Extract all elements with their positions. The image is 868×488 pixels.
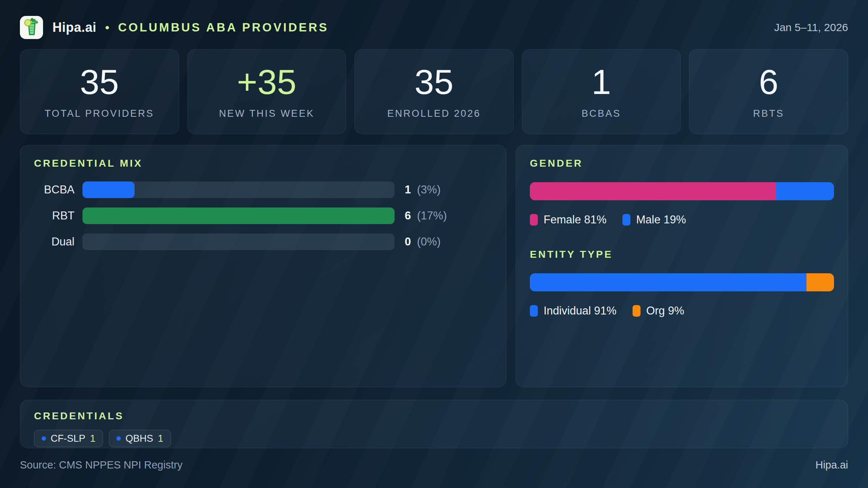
stat-card-rbts: 6 RBTS (689, 49, 848, 134)
chip-label: CF-SLP (51, 433, 85, 444)
bar-row-rbt: RBT 6 (17%) (34, 207, 492, 224)
section-title-credential-mix: CREDENTIAL MIX (34, 158, 492, 169)
legend-label: Org 9% (646, 304, 684, 317)
entity-segment-individual (530, 273, 807, 291)
credential-chip-qbhs: QBHS 1 (109, 430, 171, 447)
stat-card-enrolled: 35 ENROLLED 2026 (354, 49, 514, 134)
bar-fill (82, 207, 395, 224)
entity-type-stacked-bar (530, 273, 834, 291)
gender-legend: Female 81% Male 19% (530, 213, 834, 226)
legend-item-org: Org 9% (633, 304, 684, 317)
date-range: Jan 5–11, 2026 (774, 21, 848, 34)
mojito-logo-icon (20, 16, 43, 39)
legend-item-male: Male 19% (622, 213, 686, 226)
gender-segment-male (776, 182, 834, 200)
section-title-entity-type: ENTITY TYPE (530, 249, 834, 260)
section-title-gender: GENDER (530, 158, 834, 169)
stat-value: 35 (80, 64, 119, 99)
stat-label: TOTAL PROVIDERS (45, 108, 154, 119)
bar-value: 0 (0%) (405, 235, 492, 248)
main-row: CREDENTIAL MIX BCBA 1 (3%) RBT (20, 145, 848, 387)
brand-name: Hipa.ai (52, 20, 97, 35)
bar-percent: (3%) (417, 183, 441, 196)
bar-value: 1 (3%) (405, 183, 492, 196)
legend-swatch (530, 214, 538, 226)
legend-item-individual: Individual 91% (530, 304, 617, 317)
bar-count: 1 (405, 183, 411, 196)
legend-label: Individual 91% (544, 304, 617, 317)
bar-row-bcba: BCBA 1 (3%) (34, 181, 492, 198)
separator-dot: • (105, 21, 110, 35)
bar-value: 6 (17%) (405, 209, 492, 222)
stat-cards-row: 35 TOTAL PROVIDERS +35 NEW THIS WEEK 35 … (20, 49, 848, 134)
stat-label: ENROLLED 2026 (387, 108, 481, 119)
stat-value: 6 (759, 64, 778, 99)
stat-value: 35 (414, 64, 454, 99)
demographics-panel: GENDER Female 81% Male 19% ENTITY TYPE (516, 145, 848, 387)
credential-mix-panel: CREDENTIAL MIX BCBA 1 (3%) RBT (20, 145, 506, 387)
stat-card-bcbas: 1 BCBAS (522, 49, 681, 134)
chip-label: QBHS (125, 433, 153, 444)
bar-percent: (0%) (417, 235, 441, 248)
credentials-chip-list: CF-SLP 1 QBHS 1 (34, 430, 834, 447)
stat-label: NEW THIS WEEK (219, 108, 314, 119)
legend-swatch (530, 305, 538, 317)
entity-type-legend: Individual 91% Org 9% (530, 304, 834, 317)
stat-label: BCBAS (582, 108, 621, 119)
credentials-panel: CREDENTIALS CF-SLP 1 QBHS 1 (20, 400, 848, 448)
chip-count: 1 (158, 433, 163, 444)
dashboard-page: Hipa.ai • COLUMBUS ABA PROVIDERS Jan 5–1… (0, 0, 868, 488)
footer-brand: Hipa.ai (816, 459, 848, 471)
bar-track (82, 181, 395, 198)
credential-mix-chart: BCBA 1 (3%) RBT 6 (1 (34, 181, 492, 250)
chip-dot-icon (116, 436, 121, 441)
bar-count: 0 (405, 235, 411, 248)
chip-dot-icon (42, 436, 46, 441)
footer: Source: CMS NPPES NPI Registry Hipa.ai (20, 459, 848, 471)
bar-track (82, 207, 395, 224)
stat-value: 1 (592, 64, 611, 99)
bar-label: BCBA (34, 183, 75, 196)
legend-label: Male 19% (636, 213, 686, 226)
bar-percent: (17%) (417, 209, 447, 222)
legend-swatch (622, 214, 630, 226)
bar-label: RBT (34, 209, 75, 222)
entity-segment-org (807, 273, 834, 291)
section-title-credentials: CREDENTIALS (34, 410, 834, 422)
legend-label: Female 81% (544, 213, 607, 226)
header: Hipa.ai • COLUMBUS ABA PROVIDERS Jan 5–1… (20, 14, 848, 40)
bar-label: Dual (34, 235, 75, 248)
source-attribution: Source: CMS NPPES NPI Registry (20, 459, 183, 471)
gender-segment-female (530, 182, 776, 200)
stat-value: +35 (237, 64, 297, 99)
credential-chip-cf-slp: CF-SLP 1 (34, 430, 103, 447)
legend-item-female: Female 81% (530, 213, 607, 226)
bar-fill (82, 181, 135, 198)
stat-label: RBTS (753, 108, 784, 119)
stat-card-total-providers: 35 TOTAL PROVIDERS (20, 49, 179, 134)
bar-count: 6 (405, 209, 411, 222)
legend-swatch (633, 305, 641, 317)
page-title: COLUMBUS ABA PROVIDERS (118, 21, 328, 34)
chip-count: 1 (90, 433, 95, 444)
bar-track (82, 234, 395, 250)
gender-stacked-bar (530, 182, 834, 200)
stat-card-new-this-week: +35 NEW THIS WEEK (187, 49, 346, 134)
bar-row-dual: Dual 0 (0%) (34, 234, 492, 250)
